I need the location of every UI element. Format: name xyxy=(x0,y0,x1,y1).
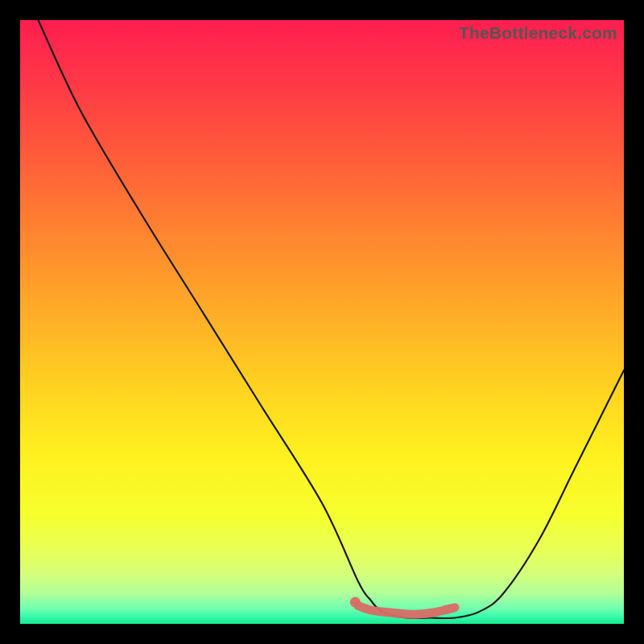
watermark-text: TheBottleneck.com xyxy=(459,23,617,43)
highlight-segment xyxy=(358,606,455,615)
chart-frame: TheBottleneck.com xyxy=(20,20,624,624)
plot-area xyxy=(20,20,624,624)
curve-layer xyxy=(20,20,624,624)
bottleneck-curve xyxy=(39,20,625,618)
highlight-dot xyxy=(350,597,361,608)
